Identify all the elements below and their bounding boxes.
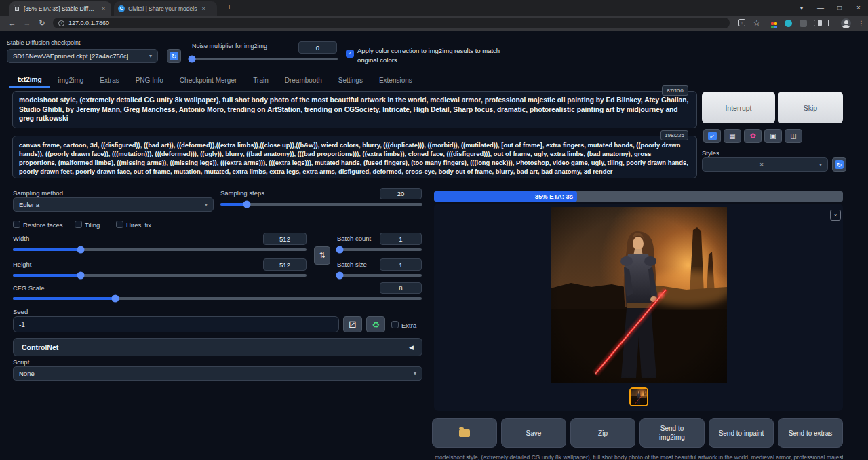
browser-tab-civitai[interactable]: C Civitai | Share your models × bbox=[114, 1, 217, 16]
stable-diffusion-favicon-icon bbox=[14, 5, 20, 12]
noise-multiplier-slider[interactable] bbox=[191, 58, 338, 60]
sampling-steps-value[interactable]: 20 bbox=[380, 188, 422, 199]
zip-button[interactable]: Zip bbox=[570, 418, 635, 448]
prompt-input[interactable]: modelshoot style, (extremely detailed CG… bbox=[12, 91, 697, 128]
window-minimize-button[interactable]: — bbox=[811, 0, 830, 15]
sidebar-panel-icon[interactable] bbox=[814, 20, 822, 26]
negative-prompt-input[interactable]: canvas frame, cartoon, 3d, ((disfigured)… bbox=[12, 136, 697, 178]
checkpoint-value: SD15NewVAEpruned.ckpt [27a4ac756c] bbox=[13, 52, 128, 60]
tab-img2img[interactable]: img2img bbox=[50, 74, 92, 87]
sampling-method-label: Sampling method bbox=[13, 189, 63, 197]
tab-extensions[interactable]: Extensions bbox=[371, 74, 420, 87]
seed-extra-checkbox[interactable] bbox=[391, 321, 399, 328]
back-icon[interactable]: ← bbox=[7, 18, 18, 28]
save-button[interactable]: Save bbox=[501, 418, 566, 448]
interrupt-button[interactable]: Interrupt bbox=[702, 92, 775, 123]
refresh-icon: ↻ bbox=[170, 52, 178, 60]
apply-style-button[interactable]: ▣ bbox=[764, 129, 782, 143]
batch-count-slider[interactable] bbox=[337, 248, 422, 251]
noise-multiplier-value[interactable]: 0 bbox=[298, 41, 337, 54]
tab-close-icon[interactable]: × bbox=[201, 5, 205, 12]
menu-kebab-icon[interactable]: ⋮ bbox=[856, 18, 867, 28]
script-dropdown[interactable]: None ▾ bbox=[13, 366, 422, 381]
seed-label: Seed bbox=[13, 308, 28, 315]
reuse-seed-button[interactable]: ♻ bbox=[366, 316, 385, 332]
tab-png-info[interactable]: PNG Info bbox=[127, 74, 172, 87]
palette-button[interactable]: ✿ bbox=[744, 129, 762, 143]
tab-txt2img[interactable]: txt2img bbox=[9, 73, 50, 88]
profile-avatar[interactable] bbox=[841, 18, 851, 28]
save-style-button[interactable]: ◫ bbox=[785, 129, 802, 143]
tab-extras[interactable]: Extras bbox=[92, 74, 127, 87]
width-label: Width bbox=[13, 235, 29, 242]
tab-checkpoint-merger[interactable]: Checkpoint Merger bbox=[172, 74, 245, 87]
window-maximize-button[interactable]: □ bbox=[830, 0, 849, 15]
width-slider[interactable] bbox=[13, 248, 307, 251]
open-output-folder-button[interactable] bbox=[432, 418, 497, 448]
main-tab-nav: txt2img img2img Extras PNG Info Checkpoi… bbox=[9, 72, 420, 88]
skip-button[interactable]: Skip bbox=[778, 92, 843, 123]
window-chevron-icon[interactable]: ▾ bbox=[792, 0, 811, 15]
tab-train[interactable]: Train bbox=[245, 74, 276, 87]
styles-dropdown[interactable]: ✕ ▾ bbox=[702, 157, 828, 172]
swap-dimensions-button[interactable]: ⇅ bbox=[314, 246, 330, 265]
tab-close-icon[interactable]: × bbox=[102, 5, 105, 12]
batch-size-slider[interactable] bbox=[337, 274, 422, 277]
folder-icon bbox=[459, 429, 470, 437]
seed-input[interactable] bbox=[13, 316, 339, 332]
clear-icon[interactable]: ✕ bbox=[760, 161, 768, 168]
cfg-scale-value[interactable]: 8 bbox=[380, 282, 422, 294]
bookmark-star-icon[interactable]: ☆ bbox=[751, 18, 762, 28]
tiling-checkbox[interactable] bbox=[75, 221, 82, 228]
windows-icon[interactable] bbox=[828, 20, 835, 26]
palette-icon: ✿ bbox=[749, 132, 755, 140]
gallery-thumbnail-selected[interactable] bbox=[629, 387, 648, 406]
controlnet-label: ControlNet bbox=[22, 343, 58, 351]
color-correction-checkbox[interactable]: ✓ bbox=[346, 50, 354, 58]
hires-fix-checkbox[interactable] bbox=[116, 221, 123, 228]
cfg-scale-slider[interactable] bbox=[13, 297, 422, 300]
site-info-icon[interactable]: i bbox=[58, 20, 64, 26]
width-value[interactable]: 512 bbox=[263, 233, 307, 245]
tab-settings[interactable]: Settings bbox=[330, 74, 371, 87]
progress-fill: 35% ETA: 3s bbox=[434, 191, 577, 202]
batch-size-label: Batch size bbox=[337, 261, 367, 268]
extra-networks-button[interactable]: ▦ bbox=[724, 129, 741, 143]
restore-faces-checkbox[interactable] bbox=[13, 221, 20, 228]
window-close-button[interactable]: × bbox=[849, 0, 868, 15]
tab-dreambooth[interactable]: Dreambooth bbox=[277, 74, 330, 87]
new-tab-button[interactable]: + bbox=[224, 3, 235, 14]
save-style-icon: ◫ bbox=[790, 132, 796, 140]
sampling-steps-slider[interactable] bbox=[220, 203, 422, 206]
height-value[interactable]: 512 bbox=[263, 258, 307, 271]
checkpoint-dropdown[interactable]: SD15NewVAEpruned.ckpt [27a4ac756c] ▾ bbox=[7, 49, 158, 63]
extension-teal-icon[interactable] bbox=[785, 20, 792, 27]
browser-tab-active[interactable]: [35% ETA: 3s] Stable Diffusion × bbox=[9, 1, 111, 16]
batch-count-value[interactable]: 1 bbox=[380, 233, 422, 245]
extension-dark-icon[interactable] bbox=[800, 20, 807, 27]
checkpoint-refresh-button[interactable]: ↻ bbox=[167, 49, 181, 63]
styles-refresh-button[interactable]: ↻ bbox=[832, 157, 846, 172]
send-to-img2img-button[interactable]: Send to img2img bbox=[639, 418, 705, 448]
close-icon[interactable]: × bbox=[830, 210, 841, 221]
send-to-inpaint-button[interactable]: Send to inpaint bbox=[709, 418, 774, 448]
address-bar[interactable]: i 127.0.0.1:7860 bbox=[53, 18, 730, 28]
send-to-extras-button[interactable]: Send to extras bbox=[778, 418, 843, 448]
hires-fix-label: Hires. fix bbox=[126, 221, 151, 229]
batch-size-value[interactable]: 1 bbox=[380, 258, 422, 271]
height-slider[interactable] bbox=[13, 274, 307, 277]
paste-generation-params-button[interactable]: ↙ bbox=[703, 129, 721, 143]
random-seed-button[interactable]: ⚂ bbox=[343, 316, 362, 332]
swap-icon: ⇅ bbox=[319, 251, 325, 260]
generated-image-preview[interactable] bbox=[551, 207, 727, 383]
height-label: Height bbox=[13, 261, 31, 268]
sampling-method-dropdown[interactable]: Euler a ▾ bbox=[13, 197, 214, 212]
reload-icon[interactable]: ↻ bbox=[37, 18, 47, 28]
apps-grid-icon[interactable] bbox=[768, 20, 779, 31]
apply-style-icon: ▣ bbox=[770, 132, 776, 140]
controlnet-accordion[interactable]: ControlNet ◀ bbox=[13, 338, 422, 356]
forward-icon[interactable]: → bbox=[22, 18, 33, 28]
share-icon[interactable]: ↑ bbox=[738, 19, 745, 26]
checkpoint-label: Stable Diffusion checkpoint bbox=[7, 39, 80, 46]
generation-info-text: modelshoot style, (extremely detailed CG… bbox=[435, 454, 843, 460]
